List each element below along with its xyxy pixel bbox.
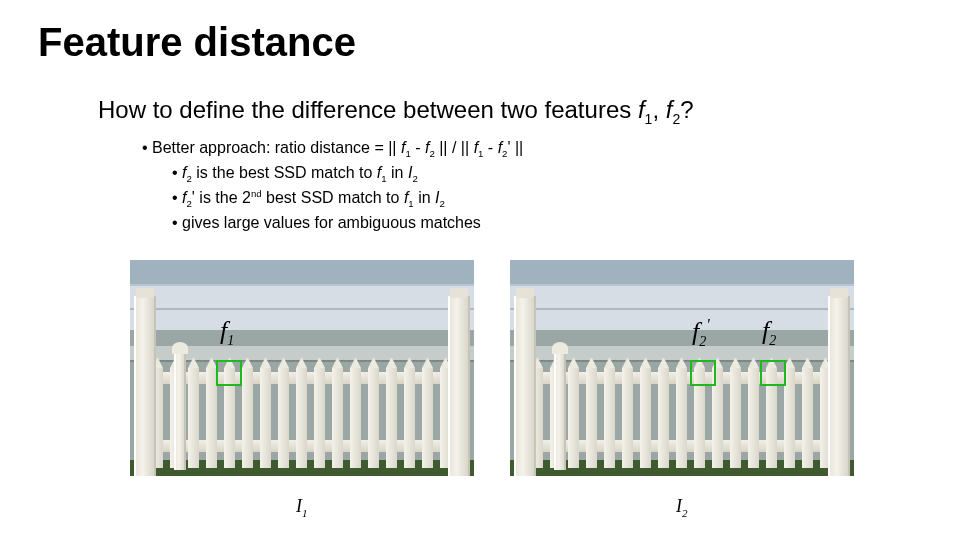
b2-Is: 2 [439, 198, 444, 209]
post-left [514, 296, 536, 476]
pickets [152, 368, 452, 468]
bm-m2: - [483, 139, 497, 156]
f1-var: f [638, 96, 645, 123]
I2s: 2 [682, 507, 688, 519]
b2-t1: is the 2 [195, 189, 251, 206]
bullet-1: f2 is the best SSD match to f1 in I2 [172, 161, 523, 186]
slide-subtitle: How to define the difference between two… [98, 96, 694, 127]
label-f1: f1 [220, 316, 234, 349]
wall [510, 284, 854, 334]
subtitle-comma: , [652, 96, 665, 123]
post-left [134, 296, 156, 476]
feature-box-f2 [760, 360, 786, 386]
bullet-2: f2' is the 2nd best SSD match to f1 in I… [172, 186, 523, 211]
b2-in: in [414, 189, 435, 206]
post-finial [174, 350, 186, 470]
label-f2prime: f2' [692, 316, 710, 350]
b1-t1: is the best SSD match to [192, 164, 377, 181]
bullet-3: gives large values for ambiguous matches [172, 211, 523, 234]
b1-Is: 2 [412, 173, 417, 184]
post-right [828, 296, 850, 476]
bullet-list: Better approach: ratio distance = || f1 … [142, 136, 523, 234]
bm-m1: - [411, 139, 425, 156]
feature-box-f2prime [690, 360, 716, 386]
b2-t2: best SSD match to [262, 189, 404, 206]
post-finial [554, 350, 566, 470]
f2s: 2 [769, 333, 776, 348]
bm-mid: || / || [435, 139, 474, 156]
bm-prefix: Better approach: ratio distance = || [152, 139, 401, 156]
slide-title: Feature distance [38, 20, 356, 65]
wall [130, 284, 474, 334]
pickets [532, 368, 832, 468]
caption-I2: I2 [676, 496, 688, 519]
image-left [130, 260, 474, 476]
f1s: 1 [227, 333, 234, 348]
post-right [448, 296, 470, 476]
feature-box-f1 [216, 360, 242, 386]
b1-in: in [387, 164, 408, 181]
caption-I1: I1 [296, 496, 308, 519]
bullet-main: Better approach: ratio distance = || f1 … [142, 136, 523, 161]
subtitle-text: How to define the difference between two… [98, 96, 638, 123]
subtitle-q: ? [680, 96, 693, 123]
image-right [510, 260, 854, 476]
I1s: 1 [302, 507, 308, 519]
b2-nd: nd [251, 188, 262, 199]
bm-end: || [511, 139, 524, 156]
figure-area: f1 f2' f2 [130, 260, 860, 490]
label-f2: f2 [762, 316, 776, 349]
f2pp: ' [706, 316, 709, 333]
f2ps: 2 [699, 334, 706, 349]
